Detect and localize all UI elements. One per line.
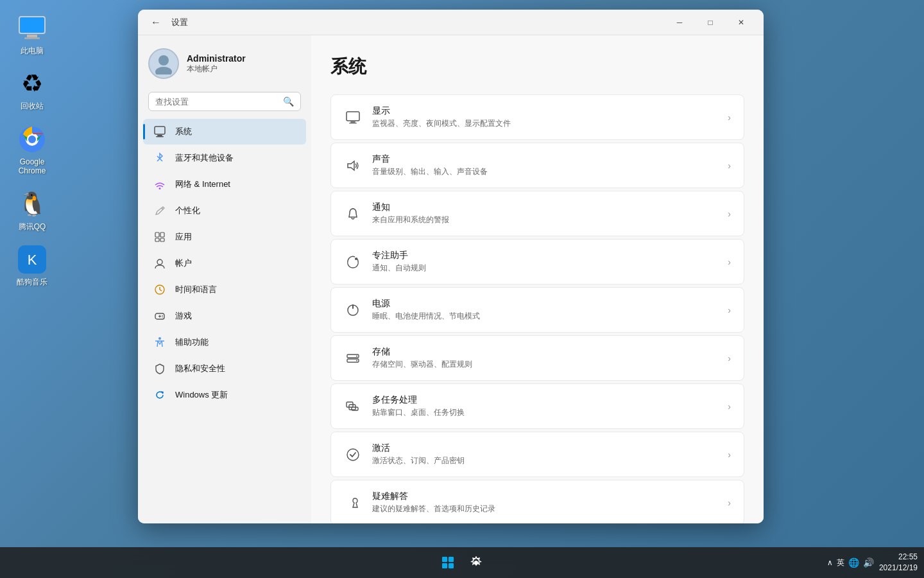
svg-point-20 [157, 259, 162, 265]
recycle-icon: ♻ [17, 68, 47, 99]
privacy-icon [153, 362, 166, 375]
sidebar-item-games[interactable]: 游戏 [143, 303, 306, 329]
search-icon[interactable]: 🔍 [283, 96, 294, 107]
settings-taskbar-button[interactable] [463, 550, 489, 575]
search-input[interactable] [155, 97, 278, 107]
setting-title-sound: 声音 [372, 153, 717, 165]
chevron-right-icon-multitask: › [728, 401, 731, 412]
chevron-right-icon-notifications: › [728, 209, 731, 219]
activation-setting-icon [344, 446, 362, 464]
svg-rect-16 [155, 232, 159, 237]
svg-point-10 [155, 67, 172, 74]
chevron-right-icon-troubleshoot: › [728, 498, 731, 508]
setting-desc-sound: 音量级别、输出、输入、声音设备 [372, 166, 717, 177]
close-button[interactable]: ✕ [726, 12, 756, 33]
sidebar-item-accessibility[interactable]: 辅助功能 [143, 329, 306, 355]
setting-item-multitask[interactable]: 多任务处理 贴靠窗口、桌面、任务切换 › [330, 383, 744, 429]
user-section[interactable]: Administrator 本地帐户 [138, 43, 311, 92]
desktop-icon-chrome[interactable]: Google Chrome [6, 124, 58, 176]
chevron-up-icon[interactable]: ∧ [827, 558, 833, 567]
focus-setting-icon [344, 253, 362, 271]
back-button[interactable]: ← [146, 12, 166, 33]
sidebar-item-privacy[interactable]: 隐私和安全性 [143, 356, 306, 381]
setting-text-display: 显示 监视器、亮度、夜间模式、显示配置文件 [372, 105, 717, 129]
multitask-setting-icon [344, 398, 362, 416]
setting-item-troubleshoot[interactable]: 疑难解答 建议的疑难解答、首选项和历史记录 › [330, 480, 744, 523]
sidebar-item-bluetooth[interactable]: 蓝牙和其他设备 [143, 145, 306, 171]
chevron-right-icon-focus: › [728, 257, 731, 267]
setting-item-sound[interactable]: 声音 音量级别、输出、输入、声音设备 › [330, 143, 744, 188]
user-info: Administrator 本地帐户 [187, 53, 246, 74]
setting-desc-display: 监视器、亮度、夜间模式、显示配置文件 [372, 118, 717, 129]
svg-rect-32 [346, 112, 359, 121]
sidebar-item-accounts[interactable]: 帐户 [143, 250, 306, 276]
sidebar-label-games: 游戏 [175, 310, 192, 322]
setting-desc-power: 睡眠、电池使用情况、节电模式 [372, 311, 717, 322]
setting-text-notifications: 通知 来自应用和系统的警报 [372, 202, 717, 225]
main-content: 系统 显示 监视器、亮度、夜间模式、显示配置文件 › 声音 音量级别、输出、输入… [311, 35, 764, 523]
sidebar-label-apps: 应用 [175, 231, 192, 243]
desktop-icon-kuwo[interactable]: K 酷狗音乐 [6, 244, 58, 286]
qq-label: 腾讯QQ [19, 222, 46, 231]
svg-point-6 [28, 136, 36, 143]
svg-rect-52 [449, 557, 454, 562]
sidebar-item-system[interactable]: 系统 [143, 119, 306, 144]
sidebar-item-update[interactable]: Windows 更新 [143, 382, 306, 408]
title-bar-controls: ─ □ ✕ [665, 12, 756, 33]
setting-title-display: 显示 [372, 105, 717, 117]
setting-item-display[interactable]: 显示 监视器、亮度、夜间模式、显示配置文件 › [330, 94, 744, 140]
setting-desc-multitask: 贴靠窗口、桌面、任务切换 [372, 407, 717, 418]
volume-icon[interactable]: 🔊 [863, 557, 874, 568]
chrome-icon [17, 124, 47, 155]
user-type: 本地帐户 [187, 64, 246, 74]
chevron-right-icon-power: › [728, 305, 731, 315]
chrome-label: Google Chrome [6, 157, 58, 176]
minimize-button[interactable]: ─ [665, 12, 694, 33]
setting-text-power: 电源 睡眠、电池使用情况、节电模式 [372, 298, 717, 322]
svg-point-37 [355, 258, 357, 260]
setting-title-storage: 存储 [372, 346, 717, 358]
setting-item-focus[interactable]: 专注助手 通知、自动规则 › [330, 239, 744, 285]
svg-line-23 [160, 290, 162, 291]
svg-rect-33 [350, 121, 355, 123]
setting-item-power[interactable]: 电源 睡眠、电池使用情况、节电模式 › [330, 287, 744, 333]
taskbar-clock[interactable]: 22:55 2021/12/19 [879, 552, 918, 574]
page-title: 系统 [330, 55, 744, 79]
taskbar-time-value: 22:55 [879, 552, 918, 563]
desktop-icons: 此电脑 ♻ 回收站 Google Chrome [0, 0, 64, 299]
sidebar-item-personalize[interactable]: 个性化 [143, 198, 306, 223]
taskbar: ∧ 英 🌐 🔊 22:55 2021/12/19 [0, 547, 924, 578]
taskbar-center [435, 550, 489, 575]
time-icon [153, 283, 166, 296]
sidebar-item-apps[interactable]: 应用 [143, 224, 306, 250]
accessibility-icon [153, 336, 166, 349]
svg-rect-11 [155, 127, 165, 134]
chevron-right-icon-activation: › [728, 450, 731, 460]
svg-rect-18 [155, 238, 159, 241]
start-button[interactable] [435, 550, 461, 575]
desktop-icon-pc[interactable]: 此电脑 [6, 13, 58, 55]
maximize-button[interactable]: □ [696, 12, 725, 33]
lang-icon[interactable]: 英 [837, 557, 844, 568]
qq-icon: 🐧 [17, 189, 47, 220]
desktop-icon-recycle[interactable]: ♻ 回收站 [6, 68, 58, 110]
svg-marker-35 [348, 161, 354, 170]
svg-rect-19 [160, 238, 164, 241]
setting-item-activation[interactable]: 激活 激活状态、订阅、产品密钥 › [330, 432, 744, 477]
setting-desc-troubleshoot: 建议的疑难解答、首选项和历史记录 [372, 504, 717, 514]
sidebar-item-network[interactable]: 网络 & Internet [143, 171, 306, 197]
taskbar-sys-icons: ∧ 英 🌐 🔊 [827, 557, 874, 568]
network-icon[interactable]: 🌐 [848, 557, 859, 568]
setting-item-notifications[interactable]: 通知 来自应用和系统的警报 › [330, 191, 744, 236]
setting-item-storage[interactable]: 存储 存储空间、驱动器、配置规则 › [330, 335, 744, 381]
desktop: 此电脑 ♻ 回收站 Google Chrome [0, 0, 924, 578]
desktop-icon-qq[interactable]: 🐧 腾讯QQ [6, 189, 58, 231]
setting-text-multitask: 多任务处理 贴靠窗口、桌面、任务切换 [372, 394, 717, 418]
window-content: Administrator 本地帐户 🔍 系统 蓝牙和其他设备 网络 & Int… [138, 35, 764, 523]
window-title: 设置 [171, 17, 188, 28]
sidebar-item-time[interactable]: 时间和语言 [143, 277, 306, 302]
setting-desc-storage: 存储空间、驱动器、配置规则 [372, 359, 717, 370]
storage-setting-icon [344, 349, 362, 367]
sidebar: Administrator 本地帐户 🔍 系统 蓝牙和其他设备 网络 & Int… [138, 35, 311, 523]
power-setting-icon [344, 301, 362, 319]
